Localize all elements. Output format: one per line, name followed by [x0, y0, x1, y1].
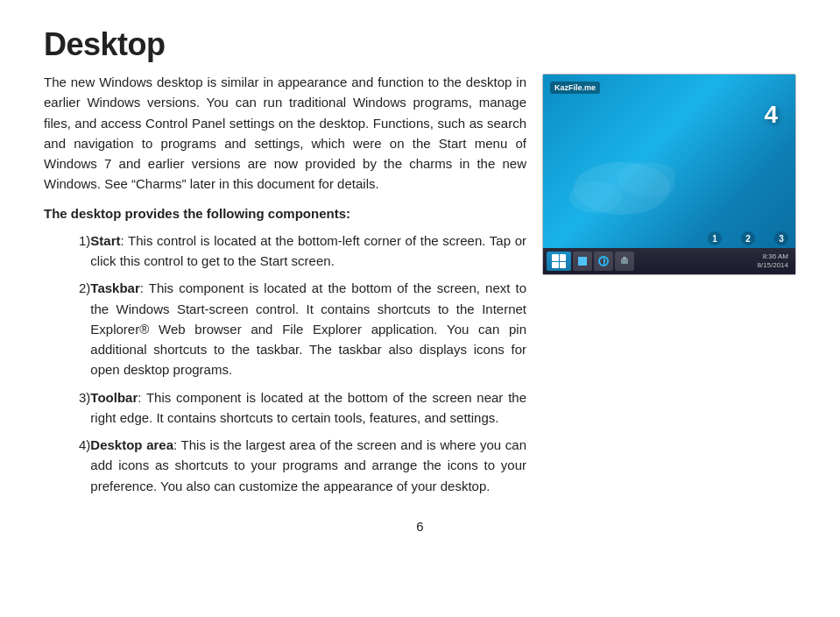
taskbar-number-labels: 1 2 3: [543, 231, 795, 245]
svg-rect-9: [623, 257, 626, 259]
svg-point-1: [569, 181, 622, 213]
list-text-1: : This control is located at the bottom-…: [90, 233, 526, 268]
taskbar-num-1: 1: [708, 231, 722, 245]
intro-paragraph: The new Windows desktop is similar in ap…: [44, 72, 526, 195]
svg-rect-6: [582, 261, 587, 266]
svg-rect-5: [578, 261, 582, 266]
list-number-2: 2): [44, 278, 90, 379]
desktop-screenshot: KazFile.me 4 1 2 3: [542, 74, 796, 275]
list-content-3: Toolbar: This component is located at th…: [90, 387, 526, 429]
taskbar-num-3: 3: [774, 231, 788, 245]
page-title: Desktop: [44, 26, 796, 63]
taskbar-icon-3: [615, 252, 634, 271]
list-number-4: 4): [44, 435, 90, 496]
list-content-1: Start: This control is located at the bo…: [90, 230, 526, 272]
decorative-shapes: [569, 145, 674, 232]
list-text-3: : This component is located at the botto…: [90, 390, 526, 425]
list-item: 3) Toolbar: This component is located at…: [44, 387, 526, 429]
list-item: 4) Desktop area: This is the largest are…: [44, 435, 526, 496]
list-content-2: Taskbar: This component is located at th…: [90, 278, 526, 379]
list-content-4: Desktop area: This is the largest area o…: [90, 435, 526, 496]
taskbar-icon-2: [594, 252, 613, 271]
list-item: 2) Taskbar: This component is located at…: [44, 278, 526, 379]
page-number: 6: [44, 519, 796, 534]
windows-logo-icon: [552, 254, 566, 268]
term-start: Start: [90, 233, 120, 248]
content-wrapper: The new Windows desktop is similar in ap…: [44, 72, 796, 503]
taskbar: 8:36 AM 8/15/2014: [543, 248, 795, 274]
clock-date: 8/15/2014: [757, 261, 788, 270]
taskbar-icon-1: [573, 252, 592, 271]
term-taskbar: Taskbar: [90, 280, 139, 295]
section-header: The desktop provides the following compo…: [44, 203, 526, 223]
term-toolbar: Toolbar: [90, 390, 138, 405]
start-button-icon: [547, 252, 571, 271]
list-number-3: 3): [44, 387, 90, 429]
taskbar-num-2: 2: [741, 231, 755, 245]
list-item: 1) Start: This control is located at the…: [44, 230, 526, 272]
svg-rect-4: [582, 257, 587, 261]
screenshot-label-top-left: KazFile.me: [550, 82, 600, 94]
svg-rect-3: [578, 257, 582, 261]
term-desktop-area: Desktop area: [90, 437, 173, 452]
list-text-2: : This component is located at the botto…: [90, 280, 526, 377]
taskbar-clock: 8:36 AM 8/15/2014: [757, 252, 792, 271]
screenshot-label-num4: 4: [764, 101, 778, 129]
list-number-1: 1): [44, 230, 90, 272]
components-list: 1) Start: This control is located at the…: [44, 230, 526, 496]
clock-time: 8:36 AM: [757, 252, 788, 261]
text-column: The new Windows desktop is similar in ap…: [44, 72, 526, 503]
screenshot-column: KazFile.me 4 1 2 3: [542, 74, 796, 275]
